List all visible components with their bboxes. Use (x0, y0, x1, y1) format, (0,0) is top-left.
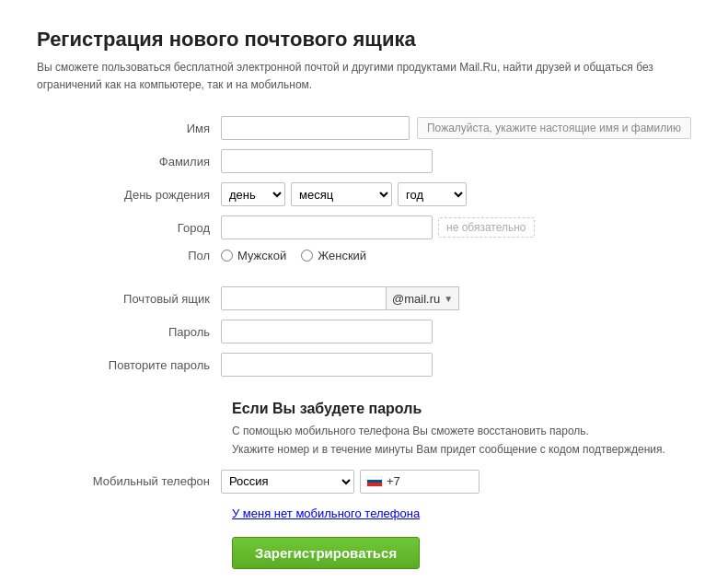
mobile-label: Мобильный телефон (92, 474, 221, 488)
dob-day-select[interactable]: день 12345 678910 1112131415 1617181920 … (221, 182, 285, 206)
register-button[interactable]: Зарегистрироваться (232, 537, 420, 569)
page-subtitle: Вы сможете пользоваться бесплатной элект… (37, 59, 691, 94)
dob-label: День рождения (92, 188, 221, 202)
russia-flag-icon (366, 476, 383, 487)
no-phone-link[interactable]: У меня нет мобильного телефона (232, 506, 691, 520)
phone-input-box: +7 (360, 470, 480, 494)
mailbox-row: @mail.ru ▼ (221, 286, 459, 310)
city-optional: не обязательно (438, 217, 535, 238)
page-title: Регистрация нового почтового ящика (37, 28, 691, 52)
surname-input[interactable] (221, 149, 433, 173)
surname-label: Фамилия (92, 155, 221, 169)
gender-male-option[interactable]: Мужской (221, 249, 286, 262)
password-input[interactable] (221, 320, 433, 343)
recovery-desc: С помощью мобильного телефона Вы сможете… (232, 423, 691, 458)
dob-row: день 12345 678910 1112131415 1617181920 … (221, 182, 467, 206)
at-mail-dropdown[interactable]: @mail.ru ▼ (387, 286, 459, 310)
gender-female-label: Женский (318, 249, 366, 262)
gender-female-option[interactable]: Женский (301, 249, 366, 262)
mailbox-label: Почтовый ящик (92, 292, 221, 306)
country-select[interactable]: Россия (221, 470, 354, 494)
gender-male-label: Мужской (237, 249, 286, 262)
gender-male-radio[interactable] (221, 250, 233, 262)
gender-female-radio[interactable] (301, 250, 313, 262)
dob-month-select[interactable]: месяц ЯнварьФевральМартАпрель МайИюньИюл… (291, 182, 392, 206)
repeat-password-input[interactable] (221, 353, 433, 377)
name-tooltip: Пожалуйста, укажите настоящие имя и фами… (417, 117, 691, 139)
dob-year-select[interactable]: год (398, 182, 467, 206)
repeat-password-label: Повторите пароль (92, 358, 221, 372)
mailbox-input[interactable] (221, 286, 387, 310)
gender-label: Пол (92, 249, 221, 262)
password-label: Пароль (92, 325, 221, 339)
name-label: Имя (92, 122, 221, 135)
name-input[interactable] (221, 116, 410, 140)
phone-row: Россия +7 (221, 470, 480, 494)
at-mail-arrow-icon: ▼ (444, 294, 453, 304)
recovery-title: Если Вы забудете пароль (232, 401, 691, 417)
city-label: Город (92, 221, 221, 235)
city-input[interactable] (221, 215, 433, 239)
phone-code: +7 (387, 474, 400, 488)
gender-row: Мужской Женский (221, 249, 366, 262)
